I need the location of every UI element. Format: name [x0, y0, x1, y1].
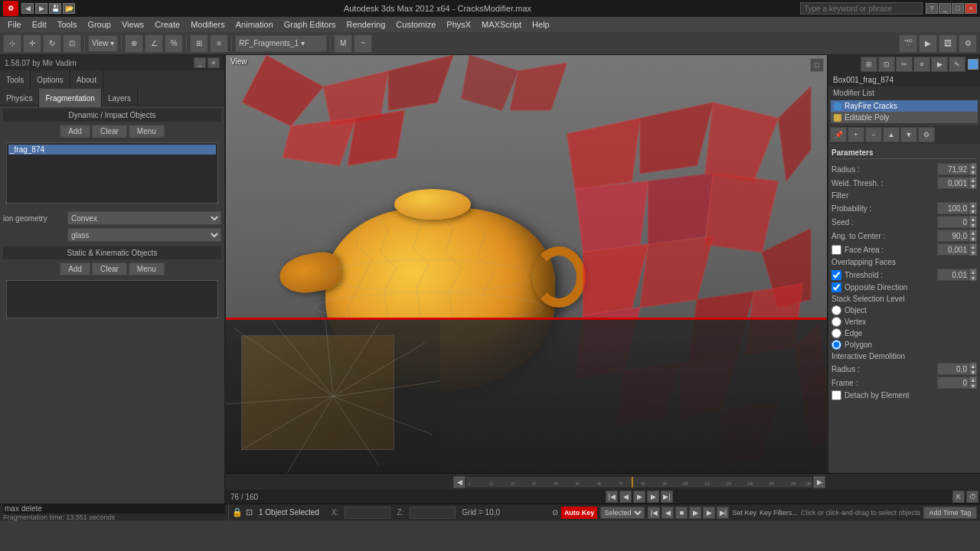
- pb-play[interactable]: ▶: [689, 507, 701, 519]
- window-save-btn[interactable]: 💾: [49, 3, 61, 14]
- pb-start[interactable]: |◀: [648, 507, 660, 519]
- key-mode-select[interactable]: Selected: [600, 507, 645, 519]
- modifier-item-rayfire[interactable]: RayFire Cracks: [831, 100, 978, 112]
- select-btn[interactable]: ⊹: [3, 34, 21, 53]
- id-radius-input[interactable]: [937, 363, 969, 375]
- face-area-up[interactable]: ▲: [969, 243, 977, 249]
- menu-file[interactable]: File: [3, 17, 26, 32]
- dynamic-add-btn[interactable]: Add: [60, 125, 90, 138]
- face-area-dn[interactable]: ▼: [969, 249, 977, 256]
- snap-btn[interactable]: ⊕: [125, 34, 143, 53]
- object-item[interactable]: _frag_874: [8, 145, 216, 155]
- tl-prev-btn[interactable]: ◀: [453, 476, 466, 488]
- tab-options[interactable]: Options: [31, 70, 70, 89]
- move-btn[interactable]: ✛: [23, 34, 41, 53]
- rp-icon5[interactable]: ▶: [931, 57, 948, 72]
- menu-graph-editors[interactable]: Graph Editors: [279, 17, 341, 32]
- tab-tools[interactable]: Tools: [0, 70, 31, 89]
- menu-maxscript[interactable]: MAXScript: [477, 17, 526, 32]
- panel-minimize-btn[interactable]: _: [194, 57, 206, 68]
- curve-btn[interactable]: ~: [354, 34, 372, 53]
- subtab-layers[interactable]: Layers: [102, 89, 138, 107]
- panel-close-btn[interactable]: ×: [207, 57, 220, 68]
- rp-icon2[interactable]: ⊡: [878, 57, 895, 72]
- key-mode-btn[interactable]: K: [952, 491, 965, 503]
- render-btn[interactable]: ▶: [919, 34, 937, 53]
- opposite-dir-checkbox[interactable]: [831, 282, 841, 292]
- pb-end[interactable]: ▶|: [717, 507, 729, 519]
- menu-edit[interactable]: Edit: [28, 17, 51, 32]
- face-area-checkbox[interactable]: [831, 245, 841, 255]
- subtab-physics[interactable]: Physics: [0, 89, 39, 107]
- help-btn[interactable]: ?: [926, 3, 938, 14]
- id-radius-dn[interactable]: ▼: [969, 369, 977, 375]
- radio-polygon-input[interactable]: [831, 340, 841, 350]
- mod-add-btn[interactable]: +: [848, 127, 864, 142]
- probability-dn[interactable]: ▼: [969, 208, 977, 214]
- prev-frame-btn[interactable]: ◀: [619, 491, 632, 503]
- pb-next[interactable]: ▶: [703, 507, 715, 519]
- mod-dn-btn[interactable]: ▼: [900, 127, 917, 142]
- probability-input[interactable]: [937, 202, 969, 214]
- subtab-fragmentation[interactable]: Fragmentation: [39, 89, 101, 107]
- radio-edge-input[interactable]: [831, 328, 841, 338]
- render-setup-btn[interactable]: 🎬: [899, 34, 917, 53]
- add-time-tag-btn[interactable]: Add Time Tag: [923, 507, 977, 519]
- go-start-btn[interactable]: |◀: [606, 491, 618, 503]
- window-back-btn[interactable]: ◀: [21, 3, 34, 14]
- threshold-input[interactable]: [937, 269, 969, 281]
- menu-create[interactable]: Create: [150, 17, 185, 32]
- menu-group[interactable]: Group: [83, 17, 116, 32]
- id-frame-dn[interactable]: ▼: [969, 383, 977, 389]
- mod-pin-btn[interactable]: 📌: [830, 127, 847, 142]
- rp-icon6[interactable]: ✎: [949, 57, 965, 72]
- menu-help[interactable]: Help: [528, 17, 554, 32]
- menu-modifiers[interactable]: Modifiers: [186, 17, 230, 32]
- go-end-btn[interactable]: ▶|: [661, 491, 673, 503]
- ang-input[interactable]: [937, 230, 969, 242]
- mod-cfg-btn[interactable]: ⚙: [918, 127, 935, 142]
- radius-up[interactable]: ▲: [969, 163, 977, 169]
- maximize-vp-btn[interactable]: □: [810, 58, 824, 72]
- layer-dropdown[interactable]: RF_Fragments_1 ▾: [235, 35, 327, 52]
- pb-stop[interactable]: ■: [675, 507, 688, 519]
- percent-snap-btn[interactable]: %: [165, 34, 183, 53]
- menu-views[interactable]: Views: [117, 17, 149, 32]
- ang-dn[interactable]: ▼: [969, 236, 977, 242]
- time-config-btn[interactable]: ⏱: [966, 491, 978, 503]
- geometry-select2[interactable]: glass: [67, 228, 221, 242]
- weld-input[interactable]: [937, 177, 969, 189]
- mirror-btn[interactable]: ⊞: [190, 34, 208, 53]
- view-dropdown[interactable]: View ▾: [88, 35, 118, 52]
- seed-up[interactable]: ▲: [969, 216, 977, 222]
- timeline-track[interactable]: 0 10 20 30 40 50 60 70 80 90 100 110: [466, 476, 813, 488]
- probability-up[interactable]: ▲: [969, 202, 977, 208]
- play-btn[interactable]: ▶: [633, 491, 645, 503]
- next-frame-btn[interactable]: ▶: [647, 491, 659, 503]
- menu-tools[interactable]: Tools: [53, 17, 82, 32]
- static-clear-btn[interactable]: Clear: [92, 262, 127, 276]
- menu-rendering[interactable]: Rendering: [342, 17, 390, 32]
- main-viewport[interactable]: View □: [226, 55, 827, 473]
- x-coord-input[interactable]: [345, 507, 390, 519]
- id-frame-up[interactable]: ▲: [969, 377, 977, 383]
- seed-dn[interactable]: ▼: [969, 222, 977, 228]
- id-radius-up[interactable]: ▲: [969, 363, 977, 369]
- id-frame-input[interactable]: [937, 377, 969, 389]
- ang-up[interactable]: ▲: [969, 230, 977, 236]
- static-menu-btn[interactable]: Menu: [129, 262, 165, 276]
- render-frame-btn[interactable]: 🖼: [939, 34, 957, 53]
- geometry-select1[interactable]: Convex: [67, 211, 221, 225]
- window-fwd-btn[interactable]: ▶: [35, 3, 47, 14]
- dynamic-clear-btn[interactable]: Clear: [92, 125, 127, 138]
- maximize-btn[interactable]: □: [952, 3, 964, 14]
- auto-key-btn[interactable]: Auto Key: [561, 507, 598, 519]
- menu-customize[interactable]: Customize: [391, 17, 440, 32]
- radio-object-input[interactable]: [831, 305, 841, 315]
- search-input[interactable]: [800, 2, 923, 15]
- color-swatch[interactable]: [968, 59, 978, 70]
- detach-checkbox[interactable]: [831, 390, 841, 400]
- threshold-checkbox[interactable]: [831, 270, 841, 280]
- scale-btn[interactable]: ⊡: [63, 34, 81, 53]
- window-open-btn[interactable]: 📂: [63, 3, 75, 14]
